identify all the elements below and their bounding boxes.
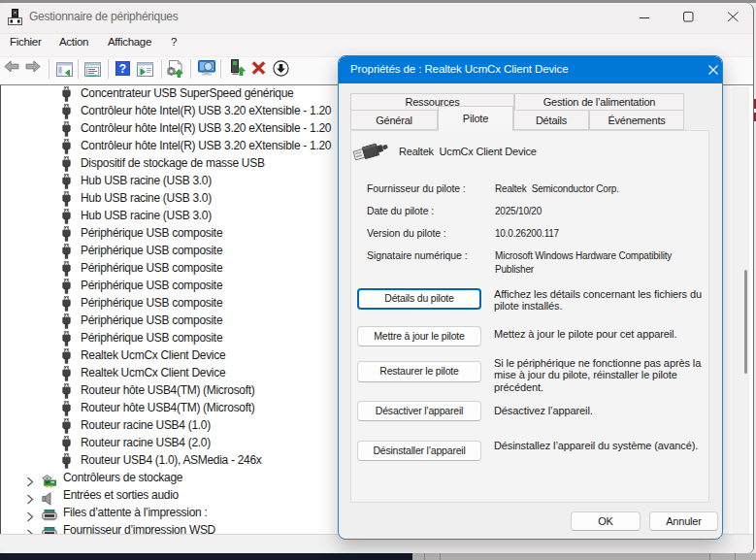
svg-text:?: ? bbox=[119, 62, 126, 76]
